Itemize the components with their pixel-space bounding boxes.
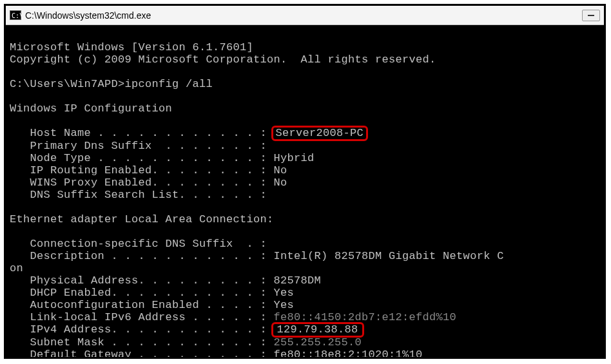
label: IP Routing Enabled. . . . . . . . : [10, 164, 274, 177]
value: Yes [274, 299, 295, 311]
config-row-ip-routing: IP Routing Enabled. . . . . . . . : No [10, 164, 287, 177]
blank-line [10, 225, 17, 238]
value: Yes [274, 287, 295, 299]
label: Host Name . . . . . . . . . . . . : [10, 127, 274, 139]
label: Connection-specific DNS Suffix . : [10, 238, 267, 250]
label: Physical Address. . . . . . . . . : [10, 274, 274, 287]
config-row-wins-proxy: WINS Proxy Enabled. . . . . . . . : No [10, 177, 287, 189]
adapter-row-subnet: Subnet Mask . . . . . . . . . . . : 255.… [10, 336, 362, 349]
config-row-primary-dns: Primary Dns Suffix . . . . . . . : [10, 140, 267, 152]
adapter-row-conn-dns: Connection-specific DNS Suffix . : [10, 238, 267, 250]
section-header: Windows IP Configuration [10, 102, 172, 115]
value: 255.255.255.0 [274, 336, 362, 349]
config-row-dns-suffix-list: DNS Suffix Search List. . . . . . : [10, 189, 267, 201]
label: Node Type . . . . . . . . . . . . : [10, 152, 274, 164]
banner-line: Copyright (c) 2009 Microsoft Corporation… [10, 53, 436, 66]
label: IPv4 Address. . . . . . . . . . . : [10, 323, 274, 336]
value: Server2008-PC [276, 128, 364, 139]
command-text: ipconfig /all [125, 78, 213, 90]
label: Subnet Mask . . . . . . . . . . . : [10, 336, 274, 349]
label: Description . . . . . . . . . . . : [10, 250, 274, 262]
value: Hybrid [274, 152, 315, 164]
value: Intel(R) 82578DM Gigabit Network C [274, 250, 504, 262]
blank-line [10, 201, 17, 213]
value: 82578DM [274, 274, 322, 287]
prompt-path: C:\Users\Win7APD> [10, 78, 125, 90]
label: Default Gateway . . . . . . . . . : [10, 349, 274, 357]
adapter-row-dhcp: DHCP Enabled. . . . . . . . . . . : Yes [10, 287, 294, 299]
titlebar[interactable]: C:\. C:\Windows\system32\cmd.exe [6, 6, 604, 25]
banner-line: Microsoft Windows [Version 6.1.7601] [10, 41, 253, 53]
adapter-row-description-wrap: on [10, 262, 23, 274]
minimize-icon [588, 15, 594, 16]
console-output[interactable]: Microsoft Windows [Version 6.1.7601] Cop… [6, 25, 604, 357]
value: fe80::18e8:2:1020:1%10 [274, 349, 423, 357]
adapter-row-ipv4: IPv4 Address. . . . . . . . . . . : 129.… [10, 323, 362, 336]
adapter-row-physical-addr: Physical Address. . . . . . . . . : 8257… [10, 274, 321, 287]
adapter-row-description: Description . . . . . . . . . . . : Inte… [10, 250, 504, 262]
label: Link-local IPv6 Address . . . . . : [10, 311, 274, 323]
label: DNS Suffix Search List. . . . . . : [10, 189, 267, 201]
cmd-window: C:\. C:\Windows\system32\cmd.exe Microso… [6, 6, 604, 357]
blank-line [10, 115, 17, 127]
value: No [274, 177, 287, 189]
highlight-host-name: Server2008-PC [271, 126, 369, 141]
adapter-header: Ethernet adapter Local Area Connection: [10, 213, 274, 225]
config-row-node-type: Node Type . . . . . . . . . . . . : Hybr… [10, 152, 315, 164]
cmd-icon: C:\. [10, 10, 21, 20]
minimize-button[interactable] [582, 10, 600, 21]
adapter-row-autoconfig: Autoconfiguration Enabled . . . . : Yes [10, 299, 294, 311]
adapter-row-link-local-ipv6: Link-local IPv6 Address . . . . . : fe80… [10, 311, 456, 323]
config-row-host-name: Host Name . . . . . . . . . . . . : Serv… [10, 127, 365, 139]
label: DHCP Enabled. . . . . . . . . . . : [10, 287, 274, 299]
title-left: C:\. C:\Windows\system32\cmd.exe [10, 10, 151, 20]
highlight-ipv4: 129.79.38.88 [271, 322, 364, 338]
value: 129.79.38.88 [277, 324, 358, 336]
blank-line [10, 66, 17, 78]
window-title: C:\Windows\system32\cmd.exe [25, 11, 151, 20]
value: No [274, 164, 287, 177]
prompt-line: C:\Users\Win7APD>ipconfig /all [10, 78, 213, 90]
label: Autoconfiguration Enabled . . . . : [10, 299, 274, 311]
blank-line [10, 90, 17, 102]
label: WINS Proxy Enabled. . . . . . . . : [10, 177, 274, 189]
label: Primary Dns Suffix . . . . . . . : [10, 140, 267, 152]
adapter-row-gateway: Default Gateway . . . . . . . . . : fe80… [10, 349, 423, 357]
window-frame: C:\. C:\Windows\system32\cmd.exe Microso… [4, 4, 606, 359]
window-controls [582, 10, 600, 21]
